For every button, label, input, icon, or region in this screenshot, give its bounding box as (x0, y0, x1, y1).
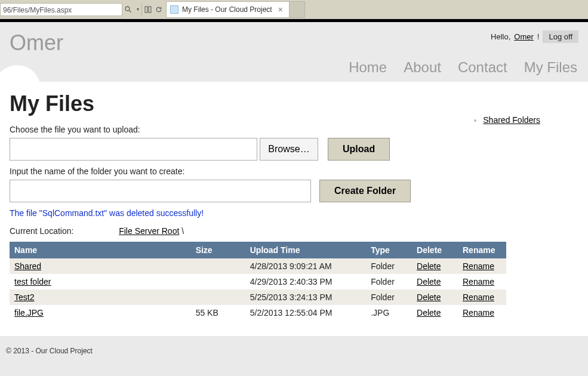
file-time: 5/25/2013 3:24:13 PM (245, 289, 366, 305)
upload-label: Choose the file you want to upload: (10, 125, 578, 134)
site-logo[interactable]: Omer (10, 30, 63, 56)
nav-about[interactable]: About (404, 59, 441, 76)
browse-button[interactable]: Browse… (260, 138, 318, 161)
location-label: Current Location: (10, 226, 73, 236)
upload-button[interactable]: Upload (328, 138, 390, 161)
shared-folders-link[interactable]: Shared Folders (483, 115, 540, 125)
username-link[interactable]: Omer (514, 32, 534, 41)
location-root-link[interactable]: File Server Root (119, 226, 179, 236)
svg-rect-2 (145, 7, 147, 13)
create-folder-button[interactable]: Create Folder (319, 180, 411, 202)
sidebar: Shared Folders (472, 115, 540, 125)
th-delete: Delete (412, 242, 458, 258)
file-size (191, 274, 245, 289)
rename-link[interactable]: Rename (463, 277, 494, 286)
delete-link[interactable]: Delete (417, 277, 441, 286)
search-icon[interactable] (122, 3, 133, 16)
th-name: Name (10, 242, 191, 258)
search-options-icon[interactable]: ▾ (133, 3, 141, 16)
svg-line-1 (129, 10, 131, 12)
file-name-link[interactable]: Shared (14, 261, 41, 271)
file-name-link[interactable]: file.JPG (14, 308, 44, 318)
table-row: Test25/25/2013 3:24:13 PMFolderDeleteRen… (10, 289, 506, 305)
compat-view-icon[interactable] (142, 3, 153, 16)
breadcrumb: Current Location: File Server Root \ (10, 226, 578, 236)
greeting: Hello, (491, 32, 510, 41)
svg-point-0 (125, 7, 130, 11)
footer: © 2013 - Our Cloud Project (0, 336, 588, 366)
delete-link[interactable]: Delete (417, 292, 441, 302)
browser-tab[interactable]: My Files - Our Cloud Project × (166, 1, 290, 18)
tab-title: My Files - Our Cloud Project (182, 5, 272, 14)
file-name-link[interactable]: test folder (14, 277, 51, 286)
table-header-row: Name Size Upload Time Type Delete Rename (10, 242, 506, 258)
folder-name-input[interactable] (10, 180, 311, 202)
location-sep: \ (181, 226, 184, 236)
file-time: 5/2/2013 12:55:04 PM (245, 305, 366, 320)
svg-rect-3 (149, 7, 151, 13)
rename-link[interactable]: Rename (463, 292, 494, 302)
file-size: 55 KB (191, 305, 245, 320)
page-title: My Files (10, 91, 578, 116)
logoff-button[interactable]: Log off (543, 30, 578, 43)
files-table: Name Size Upload Time Type Delete Rename… (10, 242, 506, 320)
delete-link[interactable]: Delete (417, 261, 441, 271)
file-type: Folder (366, 289, 412, 305)
file-type: .JPG (366, 305, 412, 320)
file-time: 4/28/2013 9:09:21 AM (245, 258, 366, 274)
file-time: 4/29/2013 2:40:33 PM (245, 274, 366, 289)
content-area: My Files Shared Folders Choose the file … (0, 82, 588, 336)
refresh-icon[interactable] (153, 3, 164, 16)
th-time: Upload Time (245, 242, 366, 258)
nav-home[interactable]: Home (349, 59, 387, 76)
address-bar[interactable]: 96/Files/MyFiles.aspx (0, 3, 122, 16)
greeting-bang: ! (537, 32, 540, 41)
table-row: Shared4/28/2013 9:09:21 AMFolderDeleteRe… (10, 258, 506, 274)
browser-chrome: 96/Files/MyFiles.aspx ▾ My Files - Our C… (0, 0, 588, 19)
rename-link[interactable]: Rename (463, 308, 494, 318)
file-size (191, 289, 245, 305)
th-rename: Rename (458, 242, 506, 258)
th-type: Type (366, 242, 412, 258)
file-type: Folder (366, 274, 412, 289)
delete-link[interactable]: Delete (417, 308, 441, 318)
rename-link[interactable]: Rename (463, 261, 494, 271)
nav-my-files[interactable]: My Files (524, 59, 577, 76)
file-path-input[interactable] (10, 138, 257, 161)
table-row: test folder4/29/2013 2:40:33 PMFolderDel… (10, 274, 506, 289)
nav-contact[interactable]: Contact (458, 59, 507, 76)
folder-label: Input the name of the folder you want to… (10, 167, 578, 176)
account-area: Hello, Omer ! Log off (491, 30, 578, 43)
page-icon (170, 5, 178, 14)
table-row: file.JPG55 KB5/2/2013 12:55:04 PM.JPGDel… (10, 305, 506, 320)
close-icon[interactable]: × (276, 5, 285, 14)
th-size: Size (191, 242, 245, 258)
file-name-link[interactable]: Test2 (14, 292, 34, 302)
new-tab-button[interactable] (290, 1, 305, 18)
status-message: The file "SqlCommand.txt" was deleted su… (10, 208, 578, 218)
file-size (191, 258, 245, 274)
file-type: Folder (366, 258, 412, 274)
main-nav: Home About Contact My Files (0, 56, 588, 82)
